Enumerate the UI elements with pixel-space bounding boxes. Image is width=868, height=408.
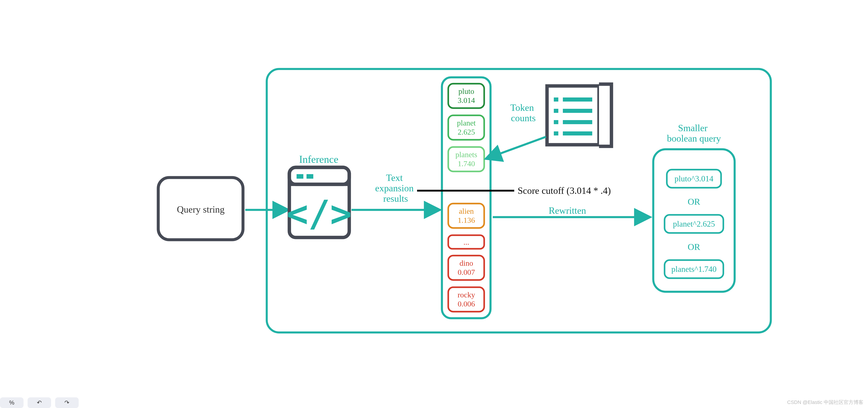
- svg-rect-27: [547, 86, 599, 145]
- score-cutoff-label: Score cutoff (3.014 * .4): [518, 185, 611, 196]
- output-pill-2: planet^2.625: [664, 215, 723, 233]
- svg-rect-4: [297, 174, 303, 179]
- token-ellipsis: ...: [448, 235, 484, 249]
- svg-text:0.007: 0.007: [458, 268, 475, 276]
- inference-icon: </>: [287, 167, 352, 237]
- svg-text:rocky: rocky: [458, 291, 475, 299]
- token-alien: alien 1.136: [448, 204, 484, 228]
- arrow-tokencounts: [487, 137, 546, 158]
- svg-text:pluto^3.014: pluto^3.014: [675, 174, 713, 183]
- svg-text:</>: </>: [287, 193, 352, 235]
- undo-button[interactable]: ↶: [28, 397, 51, 408]
- inference-label: Inference: [299, 153, 338, 165]
- svg-text:2.625: 2.625: [458, 128, 475, 136]
- svg-text:1.740: 1.740: [458, 159, 475, 168]
- query-string-box: Query string: [158, 178, 243, 240]
- diagram-canvas: Query string Inference </> Text expansio…: [0, 0, 868, 408]
- watermark: CSDN @Elastic 中国社区官方博客: [787, 399, 864, 406]
- zoom-indicator[interactable]: %: [0, 397, 24, 408]
- svg-text:3.014: 3.014: [458, 96, 475, 105]
- token-column: [442, 77, 491, 318]
- svg-rect-5: [307, 174, 313, 179]
- svg-text:pluto: pluto: [458, 87, 474, 95]
- svg-text:planets: planets: [456, 150, 477, 159]
- token-planets: planets 1.740: [448, 147, 484, 171]
- svg-text:dino: dino: [460, 259, 473, 267]
- output-title: Smaller boolean query: [667, 123, 721, 144]
- output-pill-1: pluto^3.014: [667, 170, 721, 188]
- text-expansion-label: Text expansion results: [375, 173, 416, 204]
- svg-text:0.006: 0.006: [458, 300, 475, 308]
- token-rocky: rocky 0.006: [448, 287, 484, 312]
- svg-text:1.136: 1.136: [458, 216, 475, 224]
- redo-button[interactable]: ↷: [55, 397, 79, 408]
- svg-text:planets^1.740: planets^1.740: [671, 265, 717, 274]
- svg-text:planet: planet: [457, 119, 476, 127]
- output-pill-3: planets^1.740: [664, 260, 723, 278]
- output-or-1: OR: [688, 197, 700, 207]
- rewritten-label: Rewritten: [549, 205, 586, 216]
- document-icon: [547, 84, 612, 146]
- token-dino: dino 0.007: [448, 256, 484, 280]
- svg-text:...: ...: [463, 238, 469, 246]
- token-pluto: pluto 3.014: [448, 84, 484, 108]
- token-counts-label: Token counts: [510, 103, 536, 123]
- svg-text:alien: alien: [459, 207, 474, 215]
- token-planet: planet 2.625: [448, 115, 484, 140]
- query-string-label: Query string: [177, 204, 224, 215]
- svg-text:planet^2.625: planet^2.625: [673, 220, 715, 228]
- output-or-2: OR: [688, 242, 700, 252]
- bottom-toolbar: % ↶ ↷: [0, 397, 79, 408]
